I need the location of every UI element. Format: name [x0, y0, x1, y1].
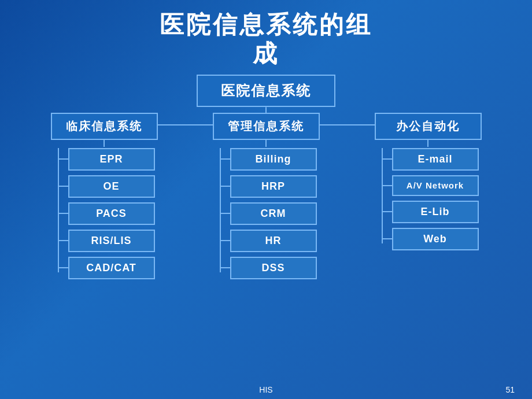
sub-nodes-management: Billing HRP CRM HR DSS: [213, 148, 320, 279]
sub-node-epr: EPR: [68, 148, 155, 171]
sub-node-elib: E-Lib: [392, 201, 479, 223]
root-node: 医院信息系统: [197, 75, 335, 107]
footer-center: HIS: [259, 385, 272, 394]
sub-nodes-office: E-mail A/V Network E-Lib Web: [375, 148, 482, 250]
cat-node-clinical: 临床信息系统: [51, 113, 158, 140]
sub-node-oe: OE: [68, 175, 155, 198]
slide: 医院信息系统的组 成 医院信息系统 临床信息系统: [0, 0, 532, 399]
column-office: 办公自动化 E-mail A/V Network E-Lib Web: [359, 113, 497, 399]
sub-node-dss: DSS: [230, 257, 317, 279]
sub-node-email: E-mail: [392, 148, 479, 171]
sub-node-hr: HR: [230, 230, 317, 252]
column-management: 管理信息系统 Billing HRP CRM HR DSS: [197, 113, 335, 399]
cat-node-management: 管理信息系统: [213, 113, 320, 140]
cat-node-office: 办公自动化: [375, 113, 482, 140]
sub-node-rislis: RIS/LIS: [68, 230, 155, 252]
sub-node-web: Web: [392, 228, 479, 250]
sub-nodes-clinical: EPR OE PACS RIS/LIS CAD/CAT: [51, 148, 158, 279]
sub-node-pacs: PACS: [68, 202, 155, 225]
slide-title: 医院信息系统的组 成: [160, 10, 372, 69]
footer-page: 51: [505, 385, 515, 394]
sub-node-hrp: HRP: [230, 175, 317, 198]
chart-area: 医院信息系统 临床信息系统 EPR OE PACS RIS/LIS CAD/CA…: [0, 69, 532, 399]
sub-node-billing: Billing: [230, 148, 317, 171]
column-clinical: 临床信息系统 EPR OE PACS RIS/LIS CAD/CAT: [35, 113, 173, 399]
sub-node-cadcat: CAD/CAT: [68, 257, 155, 279]
sub-node-avnetwork: A/V Network: [392, 175, 479, 196]
columns-container: 临床信息系统 EPR OE PACS RIS/LIS CAD/CAT 管理信息系…: [0, 113, 532, 399]
sub-node-crm: CRM: [230, 202, 317, 225]
